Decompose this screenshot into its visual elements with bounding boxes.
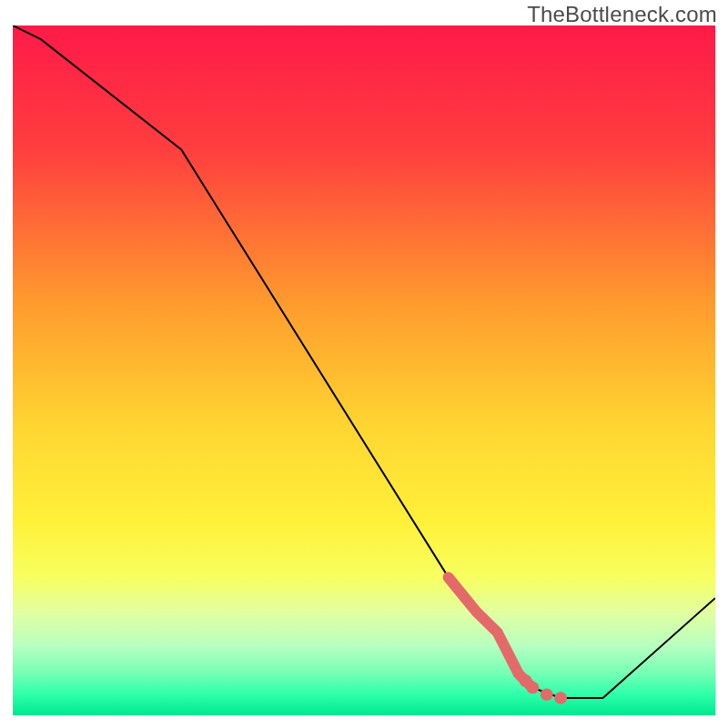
watermark-text: TheBottleneck.com [527, 2, 717, 27]
highlight-segment [449, 577, 533, 687]
highlight-point [541, 688, 553, 701]
highlight-point [526, 682, 539, 694]
bottleneck-curve [13, 25, 715, 698]
highlight-point [554, 692, 567, 704]
curve-overlay [13, 25, 715, 715]
chart-container: TheBottleneck.com [0, 0, 728, 728]
plot-area [13, 25, 715, 715]
highlight-points [520, 674, 567, 704]
